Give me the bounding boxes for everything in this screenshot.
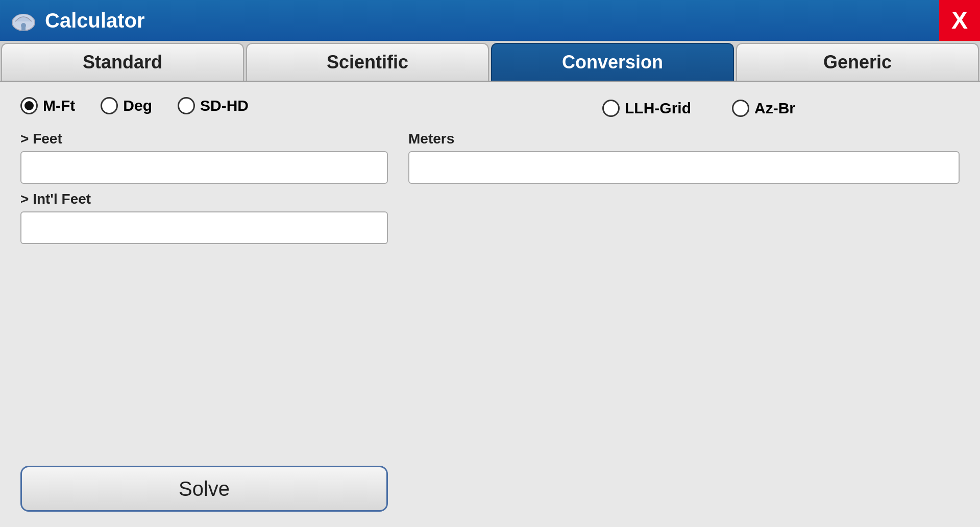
solve-button[interactable]: Solve — [20, 466, 388, 512]
right-column: Meters — [408, 124, 960, 244]
radio-mft[interactable]: M-Ft — [20, 97, 75, 114]
svg-rect-3 — [21, 26, 26, 31]
main-content: M-Ft Deg SD-HD LLH-Grid Az-Br — [0, 82, 980, 527]
tab-scientific[interactable]: Scientific — [246, 43, 489, 81]
intl-feet-input[interactable] — [20, 211, 388, 244]
radio-azbr-circle — [732, 100, 749, 117]
tab-bar: Standard Scientific Conversion Generic — [0, 41, 980, 82]
radio-llhgrid[interactable]: LLH-Grid — [602, 100, 691, 117]
meters-label: Meters — [408, 131, 960, 147]
left-column: > Feet > Int'l Feet — [20, 124, 388, 244]
feet-input[interactable] — [20, 151, 388, 184]
app-logo — [10, 7, 37, 34]
tab-generic[interactable]: Generic — [736, 43, 979, 81]
radio-mft-circle — [20, 97, 38, 114]
radio-deg-circle — [101, 97, 118, 114]
app-title: Calculator — [45, 9, 145, 32]
close-icon: X — [951, 8, 968, 33]
tab-conversion[interactable]: Conversion — [491, 43, 734, 81]
radio-llhgrid-circle — [602, 100, 620, 117]
title-bar: Calculator X — [0, 0, 980, 41]
feet-label: > Feet — [20, 131, 388, 147]
radio-azbr[interactable]: Az-Br — [732, 100, 795, 117]
meters-input[interactable] — [408, 151, 960, 184]
solve-area: Solve — [20, 466, 388, 512]
tab-standard[interactable]: Standard — [1, 43, 244, 81]
close-button[interactable]: X — [939, 0, 980, 41]
radio-sdhd[interactable]: SD-HD — [178, 97, 249, 114]
intl-feet-label: > Int'l Feet — [20, 191, 388, 207]
radio-deg[interactable]: Deg — [101, 97, 152, 114]
radio-sdhd-circle — [178, 97, 195, 114]
